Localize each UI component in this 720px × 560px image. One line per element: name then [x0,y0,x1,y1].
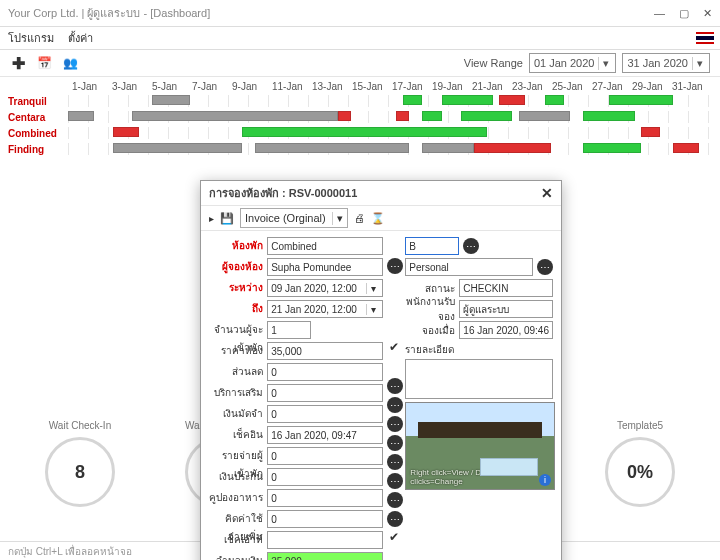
room-input[interactable]: Combined [267,237,383,255]
row-tranquil[interactable]: Tranquil [8,96,68,107]
date-to-picker[interactable]: 31 Jan 2020▾ [622,53,710,73]
checkout-input[interactable] [267,531,383,549]
checkin-more-button[interactable]: ⋯ [387,416,403,432]
guarantee-input[interactable]: 0 [267,468,383,486]
flag-th-icon[interactable] [696,32,714,44]
row-combined[interactable]: Combined [8,128,68,139]
to-date-input[interactable]: 21 Jan 2020, 12:00▾ [267,300,383,318]
unit-input[interactable]: B [405,237,459,255]
price-input[interactable]: 35,000 [267,342,383,360]
bookedon-input: 16 Jan 2020, 09:46 [459,321,553,339]
label-to: ถึง [209,300,263,318]
photo-hint: Right click=View / Double clicks=Change [410,468,536,486]
label-checkout: เช็คเอ๊าท์ [209,531,263,549]
menu-settings[interactable]: ตั้งค่า [68,29,93,47]
expense-input[interactable]: 0 [267,447,383,465]
personal-more-button[interactable]: ⋯ [537,259,553,275]
label-expense: รายจ่ายผู้เข้าพัก [209,447,263,465]
staff-input: ผู้ดูแลระบบ [459,300,553,318]
checkout-more-button[interactable]: ⋯ [387,511,403,527]
food-input[interactable]: 0 [267,489,383,507]
expand-icon[interactable]: ▸ [209,213,214,224]
gauge-checkin: 8 [45,437,115,507]
label-bookedon: จองเมื่อ [405,323,455,338]
booker-lookup-button[interactable]: ⋯ [387,258,403,274]
label-room: ห้องพัก [209,237,263,255]
label-staff: พนักงานรับจอง [405,294,455,324]
track-tranquil[interactable] [68,95,712,107]
track-combined[interactable] [68,127,712,139]
chevron-down-icon[interactable]: ▾ [692,57,707,70]
from-date-input[interactable]: 09 Jan 2020, 12:00▾ [267,279,383,297]
label-details: รายละเอียด [405,342,553,356]
label-price: ราคาห้อง [209,342,263,360]
dialog-title: การจองห้องพัก : RSV-0000011 [209,184,357,202]
print-icon[interactable]: 🖨 [354,212,365,224]
gauge-template5: 0% [605,437,675,507]
reservation-dialog: การจองห้องพัก : RSV-0000011✕ ▸ 💾 Invoice… [200,180,562,560]
label-booker: ผู้จองห้อง [209,258,263,276]
label-guarantee: เงินประกัน [209,468,263,486]
minimize-icon[interactable]: — [654,7,665,20]
addsvc-more-button[interactable]: ⋯ [387,378,403,394]
add-icon[interactable]: ✚ [10,55,26,71]
window-title: Your Corp Ltd. | ผู้ดูแลระบบ - [Dashboar… [8,4,210,22]
label-discount: ส่วนลด [209,363,263,381]
guests-input[interactable]: 1 [267,321,311,339]
track-finding[interactable] [68,143,712,155]
extra-input[interactable]: 0 [267,510,383,528]
dialog-close-icon[interactable]: ✕ [541,185,553,201]
extra-more-button[interactable]: ⋯ [387,492,403,508]
addsvc-input[interactable]: 0 [267,384,383,402]
hourglass-icon[interactable]: ⌛ [371,212,385,225]
menu-program[interactable]: โปรแกรม [8,29,54,47]
personal-input[interactable]: Personal [405,258,533,276]
booker-input[interactable]: Supha Pomundee [267,258,383,276]
date-from-picker[interactable]: 01 Jan 2020▾ [529,53,617,73]
status-input: CHECKIN [459,279,553,297]
row-finding[interactable]: Finding [8,144,68,155]
timeline-header: 1-Jan3-Jan5-Jan7-Jan 9-Jan11-Jan13-Jan15… [72,81,712,92]
label-total: จำนวนเงินรวม [209,552,263,560]
deposit-more-button[interactable]: ⋯ [387,397,403,413]
chevron-down-icon[interactable]: ▾ [598,57,613,70]
price-check-icon[interactable]: ✔ [387,340,401,354]
room-photo[interactable]: Right click=View / Double clicks=Change … [405,402,555,490]
label-guests: จำนวนผู้จะเข้าพัก [209,321,263,339]
details-textarea[interactable] [405,359,553,399]
maximize-icon[interactable]: ▢ [679,7,689,20]
checkin-input[interactable]: 16 Jan 2020, 09:47 [267,426,383,444]
viewrange-label: View Range [464,57,523,69]
gauge-label: Wait Check-In [49,420,111,431]
expense-more-button[interactable]: ⋯ [387,435,403,451]
total-input: 35,000 [267,552,383,560]
label-extra: คิดค่าใช้จ่ายเพิ่ม [209,510,263,528]
food-more-button[interactable]: ⋯ [387,473,403,489]
label-food: คูปองอาหาร [209,489,263,507]
calendar-dropdown-icon[interactable]: ▾ [366,283,379,294]
label-addsvc: บริการเสริม [209,384,263,402]
label-from: ระหว่าง [209,279,263,297]
track-centara[interactable] [68,111,712,123]
info-icon[interactable]: i [539,474,551,486]
row-centara[interactable]: Centara [8,112,68,123]
chevron-down-icon[interactable]: ▾ [332,212,343,225]
save-icon[interactable]: 💾 [220,212,234,225]
discount-input[interactable]: 0 [267,363,383,381]
close-icon[interactable]: ✕ [703,7,712,20]
invoice-select[interactable]: Invoice (Orginal)▾ [240,208,348,228]
people-icon[interactable]: 👥 [62,55,78,71]
total-check-icon[interactable]: ✔ [387,530,401,544]
calendar-dropdown-icon[interactable]: ▾ [366,304,379,315]
unit-more-button[interactable]: ⋯ [463,238,479,254]
label-deposit: เงินมัดจำ [209,405,263,423]
label-checkin: เช็คอิน [209,426,263,444]
deposit-input[interactable]: 0 [267,405,383,423]
guarantee-more-button[interactable]: ⋯ [387,454,403,470]
gauge-label: Template5 [617,420,663,431]
calendar-icon[interactable]: 📅 [36,55,52,71]
